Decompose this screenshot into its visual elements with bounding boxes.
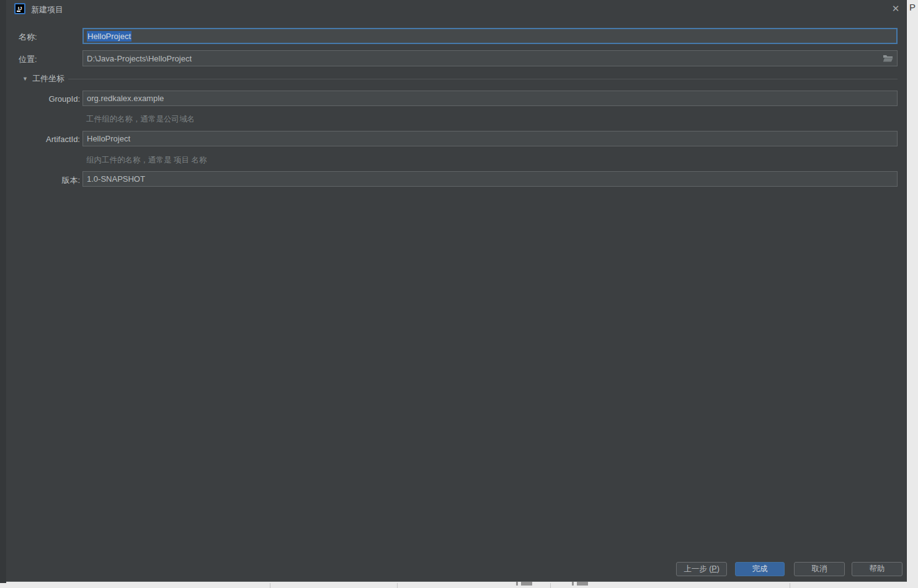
- new-project-dialog: IJ 新建项目 ✕ 名称: HelloProject 位置: D:\Java-P…: [6, 0, 907, 582]
- help-button[interactable]: 帮助: [852, 562, 902, 576]
- chevron-down-icon: ▼: [22, 76, 28, 82]
- artifactid-input[interactable]: HelloProject: [82, 131, 898, 146]
- clipped-background-text: [569, 582, 593, 586]
- artifact-coordinates-section-toggle[interactable]: ▼ 工件坐标: [22, 74, 65, 84]
- close-icon[interactable]: ✕: [889, 2, 902, 15]
- previous-step-label: 上一步 (: [684, 564, 711, 573]
- previous-step-mnemonic: P: [711, 564, 716, 573]
- version-input-value: 1.0-SNAPSHOT: [87, 174, 145, 184]
- dialog-title: 新建项目: [31, 4, 63, 16]
- name-input-selected-text: HelloProject: [87, 31, 131, 42]
- groupid-input[interactable]: org.redkalex.example: [82, 91, 898, 106]
- location-input-value: D:\Java-Projects\HelloProject: [87, 54, 192, 63]
- location-input[interactable]: D:\Java-Projects\HelloProject: [82, 50, 898, 66]
- groupid-hint: 工件组的名称，通常是公司域名: [86, 114, 195, 125]
- intellij-logo-icon: IJ: [14, 3, 25, 14]
- background-column-divider: [270, 583, 270, 588]
- cancel-button[interactable]: 取消: [794, 562, 845, 576]
- browse-folder-icon[interactable]: [883, 54, 893, 63]
- clipped-background-text: [514, 582, 537, 586]
- artifactid-label: ArtifactId:: [19, 135, 80, 144]
- background-column-divider: [550, 583, 551, 588]
- name-input[interactable]: HelloProject: [82, 28, 898, 44]
- name-label: 名称:: [19, 32, 37, 43]
- artifact-coordinates-section-title: 工件坐标: [32, 73, 65, 84]
- version-input[interactable]: 1.0-SNAPSHOT: [82, 171, 898, 187]
- background-partial-text: P: [909, 2, 916, 12]
- location-label: 位置:: [19, 54, 37, 65]
- section-divider: [68, 79, 898, 79]
- artifactid-input-value: HelloProject: [87, 134, 130, 143]
- groupid-input-value: org.redkalex.example: [87, 94, 164, 103]
- previous-step-button[interactable]: 上一步 (P): [676, 562, 727, 576]
- finish-button[interactable]: 完成: [735, 562, 785, 576]
- background-window-edge: [0, 0, 6, 583]
- version-label: 版本:: [19, 175, 80, 186]
- artifactid-hint: 组内工件的名称，通常是 项目 名称: [86, 155, 207, 166]
- background-column-divider: [397, 583, 398, 588]
- previous-step-label-suffix: ): [717, 564, 720, 573]
- groupid-label: GroupId:: [19, 94, 80, 104]
- dialog-titlebar[interactable]: IJ 新建项目 ✕: [6, 0, 906, 17]
- background-column-divider: [790, 583, 790, 588]
